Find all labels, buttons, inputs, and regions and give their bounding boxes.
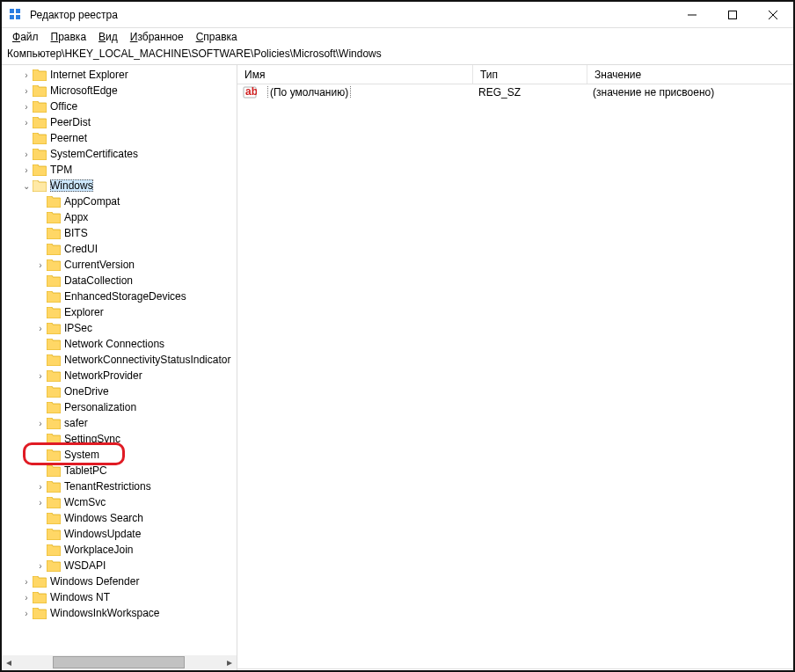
value-row-default[interactable]: ab (По умолчанию) REG_SZ (значение не пр… (237, 84, 793, 100)
tree-label: TPM (50, 164, 72, 176)
tree-item-system[interactable]: System (2, 447, 237, 463)
expander-icon[interactable]: › (21, 70, 32, 80)
tree-item-bits[interactable]: BITS (2, 225, 237, 241)
tree-item-internet-explorer[interactable]: › Internet Explorer (2, 67, 237, 83)
tree-item-tpm[interactable]: › TPM (2, 162, 237, 178)
tree-item-explorer[interactable]: Explorer (2, 304, 237, 320)
tree-pane[interactable]: › Internet Explorer› MicrosoftEdge› Offi… (2, 65, 237, 670)
tree-label: TabletPC (64, 464, 107, 477)
tree-item-network-connections[interactable]: Network Connections (2, 336, 237, 352)
maximize-button[interactable] (712, 2, 753, 28)
menu-file[interactable]: Файл (7, 30, 44, 44)
tree-item-office[interactable]: › Office (2, 99, 237, 114)
column-name[interactable]: Имя (237, 65, 473, 84)
expander-icon[interactable]: › (35, 324, 46, 333)
tree-item-wcmsvc[interactable]: › WcmSvc (2, 494, 237, 510)
minimize-button[interactable] (672, 2, 712, 28)
menu-edit[interactable]: Правка (46, 30, 92, 44)
expander-icon[interactable]: › (21, 86, 32, 96)
value-name: (По умолчанию) (267, 86, 351, 99)
tree-item-enhancedstoragedevices[interactable]: EnhancedStorageDevices (2, 289, 237, 304)
expander-icon[interactable]: › (21, 577, 32, 587)
tree-item-personalization[interactable]: Personalization (2, 399, 237, 415)
expander-icon[interactable]: › (21, 150, 32, 159)
tree-item-ipsec[interactable]: › IPSec (2, 320, 237, 336)
expander-icon[interactable]: › (21, 118, 32, 128)
tree-item-wsdapi[interactable]: › WSDAPI (2, 558, 237, 573)
expander-icon[interactable]: ⌄ (21, 181, 32, 191)
tree-label: BITS (64, 227, 88, 239)
tree-label: WindowsUpdate (64, 528, 141, 540)
tree-item-currentversion[interactable]: › CurrentVersion (2, 257, 237, 273)
tree-label: MicrosoftEdge (50, 84, 118, 97)
tree-label: Appx (64, 211, 88, 223)
menu-favorites[interactable]: Избранное (125, 30, 189, 44)
svg-rect-2 (10, 15, 14, 19)
scroll-right-button[interactable]: ▸ (222, 655, 237, 669)
column-type[interactable]: Тип (473, 65, 587, 84)
tree-label: Explorer (64, 306, 104, 318)
tree-item-workplacejoin[interactable]: WorkplaceJoin (2, 542, 237, 558)
tree-horizontal-scrollbar[interactable]: ◂ ▸ (2, 655, 237, 669)
tree-item-settingsync[interactable]: SettingSync (2, 431, 237, 447)
tree-item-peernet[interactable]: Peernet (2, 130, 237, 146)
address-bar[interactable]: Компьютер\HKEY_LOCAL_MACHINE\SOFTWARE\Po… (2, 46, 793, 65)
tree-item-tabletpc[interactable]: TabletPC (2, 463, 237, 478)
tree-item-networkprovider[interactable]: › NetworkProvider (2, 368, 237, 383)
tree-label: Peernet (50, 132, 87, 144)
expander-icon[interactable]: › (35, 498, 46, 508)
expander-icon[interactable]: › (21, 609, 32, 618)
tree-label: DataCollection (64, 274, 133, 287)
tree-item-datacollection[interactable]: DataCollection (2, 273, 237, 289)
expander-icon[interactable]: › (35, 482, 46, 492)
tree-item-windows-search[interactable]: Windows Search (2, 510, 237, 526)
menubar: Файл Правка Вид Избранное Справка (2, 28, 793, 46)
expander-icon[interactable]: › (21, 102, 32, 112)
folder-icon (47, 529, 61, 540)
expander-icon[interactable]: › (21, 593, 32, 603)
menu-view[interactable]: Вид (93, 30, 123, 44)
tree-label: WcmSvc (64, 496, 106, 508)
column-value[interactable]: Значение (587, 65, 793, 84)
tree-item-windows-nt[interactable]: › Windows NT (2, 589, 237, 605)
tree-item-tenantrestrictions[interactable]: › TenantRestrictions (2, 478, 237, 494)
tree-label: WSDAPI (64, 559, 106, 572)
value-data: (значение не присвоено) (586, 86, 721, 99)
tree-item-systemcertificates[interactable]: › SystemCertificates (2, 146, 237, 162)
tree-item-appcompat[interactable]: AppCompat (2, 194, 237, 209)
scroll-thumb[interactable] (53, 656, 185, 668)
tree-label: Internet Explorer (50, 69, 128, 81)
menu-help[interactable]: Справка (191, 30, 243, 44)
expander-icon[interactable]: › (35, 260, 46, 270)
svg-rect-5 (729, 11, 737, 18)
tree-item-safer[interactable]: › safer (2, 415, 237, 431)
tree-item-windows[interactable]: ⌄ Windows (2, 178, 237, 194)
tree-item-credui[interactable]: CredUI (2, 241, 237, 257)
expander-icon[interactable]: › (35, 371, 46, 381)
tree-item-microsoftedge[interactable]: › MicrosoftEdge (2, 83, 237, 99)
tree-item-onedrive[interactable]: OneDrive (2, 383, 237, 399)
folder-icon (33, 149, 47, 160)
tree-item-peerdist[interactable]: › PeerDist (2, 114, 237, 130)
expander-icon[interactable]: › (21, 165, 32, 175)
folder-icon (47, 196, 61, 208)
tree-item-appx[interactable]: Appx (2, 209, 237, 225)
registry-editor-window: Редактор реестра Файл Правка Вид Избранн… (0, 0, 795, 672)
folder-icon (47, 544, 61, 556)
folder-icon (47, 449, 61, 461)
tree-item-windowsinkworkspace[interactable]: › WindowsInkWorkspace (2, 605, 237, 621)
folder-icon (47, 560, 61, 572)
expander-icon[interactable]: › (35, 419, 46, 428)
folder-icon (47, 291, 61, 303)
tree-item-windowsupdate[interactable]: WindowsUpdate (2, 526, 237, 542)
expander-icon[interactable]: › (35, 561, 46, 571)
tree-item-networkconnectivitystatusindicator[interactable]: NetworkConnectivityStatusIndicator (2, 352, 237, 368)
tree-item-windows-defender[interactable]: › Windows Defender (2, 573, 237, 589)
scroll-left-button[interactable]: ◂ (2, 655, 16, 669)
close-button[interactable] (753, 2, 793, 28)
folder-icon (47, 354, 61, 366)
titlebar: Редактор реестра (2, 2, 793, 28)
app-icon (9, 8, 23, 22)
tree-label: SettingSync (64, 433, 120, 445)
folder-icon (47, 259, 61, 271)
